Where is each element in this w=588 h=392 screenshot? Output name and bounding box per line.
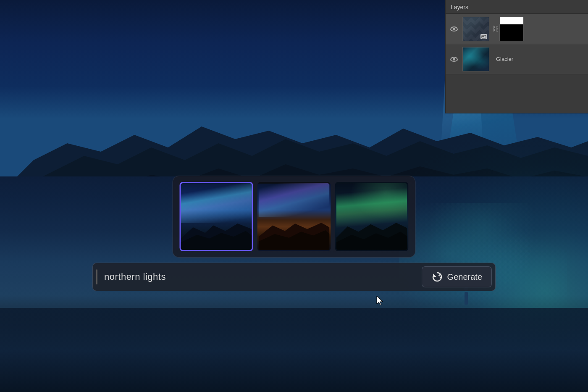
svg-marker-12 — [433, 274, 436, 277]
layer-type-icon — [480, 34, 487, 39]
generate-button[interactable]: Generate — [422, 266, 492, 287]
layer-item[interactable]: ⛓ — [446, 14, 588, 44]
layer-visibility-toggle[interactable] — [449, 24, 459, 34]
preview-card[interactable] — [180, 182, 253, 251]
sparkle-refresh-icon — [431, 271, 443, 283]
layer-visibility-toggle[interactable] — [449, 54, 459, 64]
svg-point-5 — [485, 35, 486, 36]
layer-thumbnail — [462, 17, 489, 41]
layer-thumbnail — [462, 47, 489, 71]
layer-name: Glacier — [493, 56, 585, 62]
layers-panel-title: Layers — [451, 4, 468, 11]
eye-icon — [450, 26, 458, 32]
ai-preview-cards — [173, 176, 416, 258]
generate-bar-container: Generate — [92, 263, 496, 291]
input-divider — [96, 269, 97, 284]
preview-card[interactable] — [335, 182, 409, 251]
card-aurora-effect — [181, 183, 252, 223]
preview-card[interactable] — [257, 182, 331, 251]
eye-pupil — [453, 28, 455, 30]
card-aurora-effect — [259, 183, 330, 217]
generate-bar: Generate — [92, 263, 496, 291]
generate-button-label: Generate — [447, 272, 482, 282]
layer-item[interactable]: Glacier — [446, 44, 588, 74]
eye-pupil — [453, 58, 455, 61]
generate-input[interactable] — [101, 270, 418, 284]
layer-mask-thumbnail — [499, 17, 524, 41]
svg-point-4 — [482, 36, 484, 37]
eye-icon — [450, 57, 458, 62]
layers-panel: Layers ⛓ — [445, 0, 588, 113]
layers-panel-header: Layers — [446, 0, 588, 14]
layer-link-icon: ⛓ — [493, 24, 499, 34]
water-reflection — [0, 308, 588, 392]
